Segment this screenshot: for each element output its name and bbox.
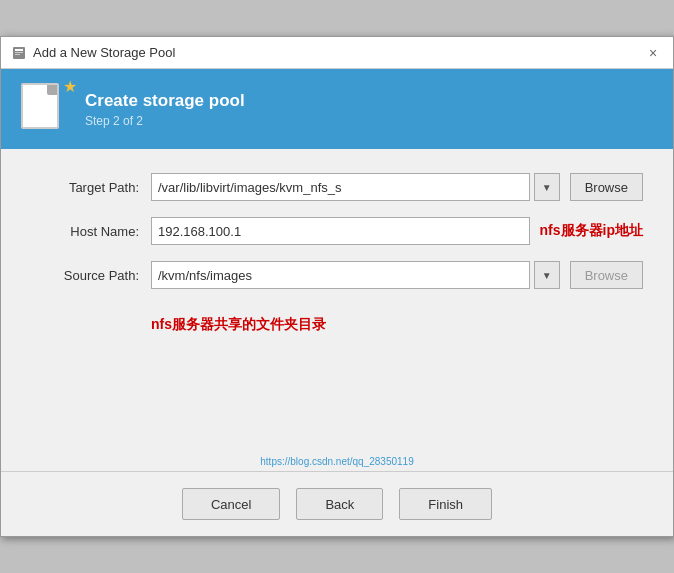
target-path-row: Target Path: ▼ Browse [31,173,643,201]
host-name-input[interactable] [151,217,530,245]
file-icon [21,83,59,129]
footer-spacer [31,352,643,432]
form-content: Target Path: ▼ Browse Host Name: nfs服务器i… [1,149,673,456]
source-annotation-area: nfs服务器共享的文件夹目录 [31,305,643,344]
main-window: Add a New Storage Pool × ★ Create storag… [0,36,674,537]
title-bar-left: Add a New Storage Pool [11,45,175,61]
target-path-label: Target Path: [31,180,151,195]
host-name-label: Host Name: [31,224,151,239]
header-icon: ★ [21,83,69,135]
finish-button[interactable]: Finish [399,488,492,520]
source-path-dropdown[interactable]: ▼ [534,261,560,289]
watermark: https://blog.csdn.net/qq_28350119 [1,456,673,471]
star-icon: ★ [63,77,77,96]
source-path-input[interactable] [151,261,530,289]
svg-rect-2 [15,52,23,53]
header-subtitle: Step 2 of 2 [85,114,245,128]
back-button[interactable]: Back [296,488,383,520]
source-path-browse-button[interactable]: Browse [570,261,643,289]
cancel-button[interactable]: Cancel [182,488,280,520]
header-banner: ★ Create storage pool Step 2 of 2 [1,69,673,149]
header-text: Create storage pool Step 2 of 2 [85,91,245,128]
source-path-label: Source Path: [31,268,151,283]
host-name-input-group: nfs服务器ip地址 [151,217,643,245]
target-path-input-group: ▼ Browse [151,173,643,201]
svg-rect-3 [15,54,20,55]
svg-rect-1 [15,49,23,51]
target-path-input[interactable] [151,173,530,201]
dialog-footer: Cancel Back Finish [1,471,673,536]
header-title: Create storage pool [85,91,245,111]
source-annotation: nfs服务器共享的文件夹目录 [151,316,326,332]
host-name-row: Host Name: nfs服务器ip地址 [31,217,643,245]
source-path-input-group: ▼ Browse [151,261,643,289]
host-annotation: nfs服务器ip地址 [540,222,643,240]
close-button[interactable]: × [643,43,663,63]
window-title: Add a New Storage Pool [33,45,175,60]
source-path-row: Source Path: ▼ Browse [31,261,643,289]
app-icon [11,45,27,61]
title-bar: Add a New Storage Pool × [1,37,673,69]
target-path-dropdown[interactable]: ▼ [534,173,560,201]
target-path-browse-button[interactable]: Browse [570,173,643,201]
